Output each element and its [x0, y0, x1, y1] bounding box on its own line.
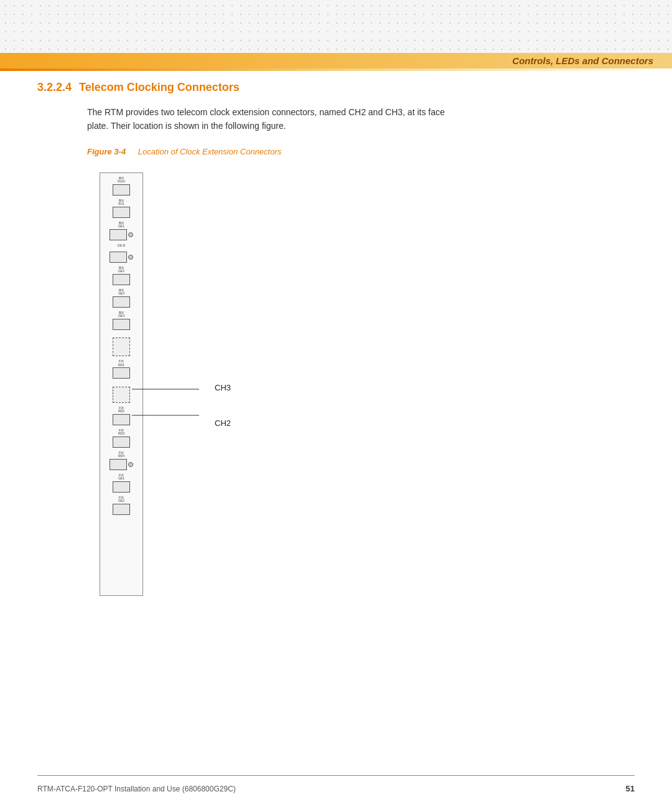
panel-board: BIXRJ10 BIXRJ1 BIXGE1 GE-D [100, 172, 143, 596]
port-ch3 [103, 334, 140, 357]
port-fix-ge1: FIXGE1 [103, 474, 140, 493]
section-heading: 3.2.2.4 Telecom Clocking Connectors [37, 81, 635, 94]
port-bix-rj10: BIXRJ10 [103, 177, 140, 196]
port-ch2 [103, 382, 140, 403]
port-ged: GE-D [103, 244, 140, 263]
port-fix-rd3: FIXRD3 [103, 429, 140, 448]
header: Controls, LEDs and Connectors [0, 0, 672, 68]
section-title: Telecom Clocking Connectors [79, 81, 240, 94]
port-fix-ge2: FIXGE2 [103, 496, 140, 515]
port-bix-ge4: BIXGE4 [103, 311, 140, 330]
figure-caption-text: Location of Clock Extension Connectors [138, 147, 282, 156]
body-line1: The RTM provides two telecom clock exten… [87, 107, 445, 117]
figure-container: BIXRJ10 BIXRJ1 BIXGE1 GE-D [87, 166, 411, 615]
dots-pattern [0, 0, 672, 53]
ch3-label: CH3 [215, 383, 231, 392]
footer-left-text: RTM-ATCA-F120-OPT Installation and Use (… [37, 785, 236, 793]
body-line2: plate. Their location is shown in the fo… [87, 121, 286, 131]
header-title: Controls, LEDs and Connectors [512, 55, 653, 66]
ch2-label: CH2 [215, 418, 231, 428]
port-fix-rd1: FIXRD1 [103, 360, 140, 379]
section-number: 3.2.2.4 [37, 81, 72, 94]
port-fix-rd2: FIXRD2 [103, 407, 140, 425]
figure-number: Figure 3-4 [87, 147, 126, 156]
section-body: The RTM provides two telecom clock exten… [87, 105, 635, 133]
port-bix-ge3: BIXGE3 [103, 289, 140, 308]
port-fix-rd4: FIXRD4 [103, 451, 140, 470]
footer: RTM-ATCA-F120-OPT Installation and Use (… [37, 784, 635, 793]
header-title-bar: Controls, LEDs and Connectors [0, 53, 672, 68]
main-content: 3.2.2.4 Telecom Clocking Connectors The … [37, 81, 635, 615]
orange-line [0, 68, 672, 71]
port-bix-ge2: BIXGE2 [103, 267, 140, 285]
footer-line [37, 775, 635, 776]
footer-page-number: 51 [626, 784, 635, 793]
port-bix-rj1: BIXRJ1 [103, 199, 140, 218]
figure-caption: Figure 3-4 Location of Clock Extension C… [87, 147, 635, 156]
port-bix-ge1: BIXGE1 [103, 222, 140, 240]
